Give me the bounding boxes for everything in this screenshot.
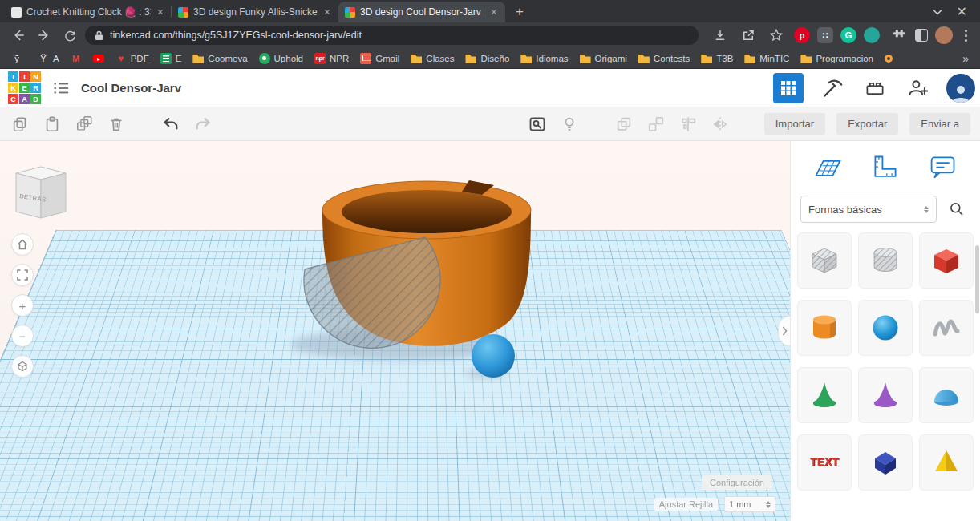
bookmark-item[interactable]: E	[156, 51, 187, 66]
tinkercad-favicon	[345, 7, 355, 18]
import-button[interactable]: Importar	[764, 113, 825, 135]
extension-grammarly-icon[interactable]: G	[840, 27, 856, 43]
fit-view-icon[interactable]	[11, 264, 34, 286]
bookmark-item[interactable]: Clases	[406, 51, 459, 66]
browser-menu-icon[interactable]	[965, 34, 967, 37]
duplicate-icon[interactable]	[74, 114, 95, 135]
share-icon[interactable]	[738, 25, 759, 46]
workplane-icon[interactable]	[805, 151, 850, 184]
extension-dark-icon[interactable]: ∷	[817, 27, 833, 43]
undo-icon[interactable]	[160, 114, 181, 135]
toggle-visibility-icon[interactable]	[559, 114, 580, 135]
tab-close-icon[interactable]: ×	[322, 6, 332, 18]
bookmark-item[interactable]: Idiomas	[516, 51, 573, 66]
paste-icon[interactable]	[42, 114, 63, 135]
ungroup-icon[interactable]	[646, 114, 666, 135]
tinkercad-logo[interactable]: T I N K E R C A D	[8, 71, 41, 104]
design-properties-button[interactable]	[51, 78, 71, 99]
send-to-button[interactable]: Enviar a	[909, 113, 970, 135]
bookmark-item[interactable]: ỹ	[6, 51, 31, 66]
snap-grid-select[interactable]: 1 mm	[724, 496, 775, 512]
bookmark-item[interactable]: Contests	[634, 51, 695, 66]
bookmark-item[interactable]: ♥PDF	[111, 51, 154, 66]
mirror-icon[interactable]	[710, 114, 731, 135]
bookmark-item[interactable]	[880, 53, 897, 64]
lock-icon	[95, 30, 103, 41]
ruler-icon[interactable]	[863, 151, 908, 184]
bookmark-item[interactable]: Programacion	[796, 51, 878, 66]
delete-icon[interactable]	[106, 114, 127, 135]
brick-icon[interactable]	[860, 73, 890, 103]
pickaxe-icon[interactable]	[816, 73, 847, 103]
bookmark-item[interactable]: M	[66, 51, 87, 66]
shape-tile-green-cone[interactable]	[797, 367, 852, 423]
invite-person-icon[interactable]	[903, 73, 933, 103]
tab-crochet-clock[interactable]: Crochet Knitting Clock 🧶 : 33 St ×	[5, 2, 172, 22]
show-all-icon[interactable]	[527, 114, 548, 135]
extension-teal-icon[interactable]	[864, 27, 880, 43]
export-button[interactable]: Exportar	[836, 113, 898, 135]
shape-tile-red-box[interactable]	[919, 232, 974, 289]
blue-sphere-object[interactable]	[472, 334, 515, 378]
window-close-button[interactable]: ✕	[957, 4, 967, 19]
download-icon[interactable]	[710, 25, 731, 46]
3d-viewport[interactable]: DETRÁS + − Configuración Ajustar Rejilla…	[0, 141, 790, 521]
extensions-puzzle-icon[interactable]	[887, 25, 908, 46]
shape-tile-hole-cylinder[interactable]	[858, 232, 913, 289]
bookmark-item[interactable]: Origami	[575, 51, 632, 66]
select-caret-icon	[924, 206, 929, 213]
reading-mode-icon[interactable]	[915, 29, 928, 42]
shape-tile-hole-box[interactable]	[797, 232, 852, 289]
shape-tile-orange-cylinder[interactable]	[797, 300, 852, 356]
tab-close-icon[interactable]: ×	[156, 6, 165, 18]
shape-tile-navy-polyhedron[interactable]	[858, 434, 913, 491]
bookmark-item[interactable]: Uphold	[254, 51, 308, 66]
home-view-icon[interactable]	[11, 233, 34, 256]
zoom-in-icon[interactable]: +	[11, 294, 34, 317]
redo-icon[interactable]	[192, 114, 213, 135]
group-icon[interactable]	[614, 114, 634, 135]
shape-tile-blue-half-sphere[interactable]	[919, 367, 974, 423]
extension-pinterest-icon[interactable]: p	[794, 27, 810, 43]
tab-search-chevron-icon[interactable]	[933, 9, 942, 15]
copy-icon[interactable]	[10, 114, 30, 135]
back-button[interactable]	[8, 25, 29, 46]
tab-cool-densor-jarv[interactable]: 3D design Cool Densor-Jarv | Tin ×	[338, 2, 505, 22]
shape-tile-yellow-pyramid[interactable]	[919, 434, 974, 491]
address-bar[interactable]: tinkercad.com/things/g5SJ1ZYEGsl-cool-de…	[85, 26, 699, 45]
settings-button[interactable]: Configuración	[702, 475, 772, 490]
bookmark-item[interactable]: T3B	[696, 51, 738, 66]
shape-category-select[interactable]: Formas básicas	[800, 196, 937, 223]
search-icon[interactable]	[943, 196, 970, 223]
bookmark-item[interactable]: ỸA	[33, 51, 64, 66]
panel-collapse-handle[interactable]	[778, 316, 790, 346]
shape-tile-red-text[interactable]: TEXT TEXT	[797, 434, 852, 491]
view-cube[interactable]: DETRÁS	[13, 162, 71, 226]
view-grid-button[interactable]	[773, 73, 804, 103]
perspective-toggle-icon[interactable]	[11, 355, 34, 378]
zoom-out-icon[interactable]: −	[11, 325, 34, 347]
panel-scrollbar[interactable]	[975, 245, 979, 313]
reload-button[interactable]	[59, 25, 80, 46]
shape-tile-grey-scribble[interactable]	[919, 300, 974, 356]
bookmark-star-icon[interactable]	[766, 25, 787, 46]
bookmark-item[interactable]	[88, 53, 109, 64]
bookmark-item[interactable]: Diseño	[460, 51, 514, 66]
shape-tile-blue-sphere[interactable]	[858, 300, 913, 356]
bookmark-item[interactable]: Coomeva	[188, 51, 252, 66]
account-avatar[interactable]	[946, 74, 975, 103]
new-tab-button[interactable]: +	[510, 2, 529, 22]
bookmark-item[interactable]: nprNPR	[310, 51, 354, 66]
align-icon[interactable]	[678, 114, 699, 135]
forward-button[interactable]	[34, 25, 55, 46]
bookmark-item[interactable]: Gmail	[355, 51, 404, 66]
bookmark-item[interactable]: MinTIC	[739, 51, 794, 66]
notes-icon[interactable]	[921, 151, 966, 184]
shape-tile-purple-cone[interactable]	[858, 367, 913, 423]
tab-funky-allis-snicket[interactable]: 3D design Funky Allis-Snicket | T ×	[172, 2, 338, 22]
shapes-panel: Formas básicas	[790, 141, 980, 521]
tab-close-icon[interactable]: ×	[489, 6, 499, 18]
profile-avatar[interactable]	[935, 26, 953, 44]
bookmarks-overflow-chevron[interactable]: »	[958, 52, 974, 65]
heart-favicon: ♥	[115, 53, 127, 64]
